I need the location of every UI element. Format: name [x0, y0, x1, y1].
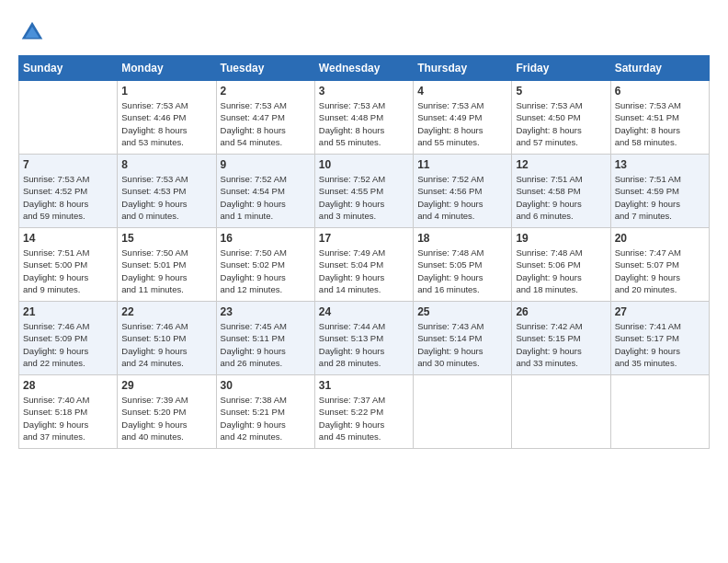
day-info: Sunrise: 7:53 AM Sunset: 4:48 PM Dayligh… — [319, 99, 409, 148]
day-info: Sunrise: 7:51 AM Sunset: 5:00 PM Dayligh… — [23, 247, 113, 295]
day-info: Sunrise: 7:53 AM Sunset: 4:46 PM Dayligh… — [121, 99, 211, 148]
day-cell — [414, 375, 512, 449]
logo-icon — [18, 18, 46, 46]
calendar-table: SundayMondayTuesdayWednesdayThursdayFrid… — [18, 55, 710, 449]
day-info: Sunrise: 7:42 AM Sunset: 5:15 PM Dayligh… — [516, 320, 606, 369]
day-cell: 13Sunrise: 7:51 AM Sunset: 4:59 PM Dayli… — [610, 155, 709, 228]
header-cell-thursday: Thursday — [414, 56, 512, 81]
day-info: Sunrise: 7:40 AM Sunset: 5:18 PM Dayligh… — [23, 394, 113, 442]
day-info: Sunrise: 7:52 AM Sunset: 4:54 PM Dayligh… — [221, 173, 311, 222]
day-number: 9 — [221, 158, 311, 171]
day-number: 19 — [516, 232, 606, 245]
day-info: Sunrise: 7:51 AM Sunset: 4:58 PM Dayligh… — [516, 173, 606, 222]
day-cell: 22Sunrise: 7:46 AM Sunset: 5:10 PM Dayli… — [118, 302, 216, 375]
day-number: 5 — [516, 85, 606, 98]
day-cell: 14Sunrise: 7:51 AM Sunset: 5:00 PM Dayli… — [19, 228, 118, 302]
day-cell: 19Sunrise: 7:48 AM Sunset: 5:06 PM Dayli… — [512, 228, 610, 302]
day-number: 10 — [319, 158, 409, 171]
day-cell: 21Sunrise: 7:46 AM Sunset: 5:09 PM Dayli… — [19, 302, 118, 375]
day-number: 25 — [417, 305, 507, 318]
day-number: 2 — [221, 85, 311, 98]
day-cell: 12Sunrise: 7:51 AM Sunset: 4:58 PM Dayli… — [512, 155, 610, 228]
day-info: Sunrise: 7:44 AM Sunset: 5:13 PM Dayligh… — [319, 320, 409, 369]
day-info: Sunrise: 7:37 AM Sunset: 5:22 PM Dayligh… — [319, 394, 409, 442]
day-number: 23 — [221, 305, 311, 318]
day-cell: 1Sunrise: 7:53 AM Sunset: 4:46 PM Daylig… — [118, 81, 216, 155]
day-cell — [610, 375, 709, 449]
day-number: 24 — [319, 305, 409, 318]
day-info: Sunrise: 7:53 AM Sunset: 4:47 PM Dayligh… — [221, 99, 311, 148]
day-number: 27 — [615, 305, 705, 318]
day-cell: 15Sunrise: 7:50 AM Sunset: 5:01 PM Dayli… — [118, 228, 216, 302]
day-number: 29 — [121, 379, 211, 392]
week-row-4: 21Sunrise: 7:46 AM Sunset: 5:09 PM Dayli… — [19, 302, 710, 375]
day-info: Sunrise: 7:48 AM Sunset: 5:06 PM Dayligh… — [516, 247, 606, 295]
day-number: 6 — [615, 85, 705, 98]
day-number: 3 — [319, 85, 409, 98]
day-info: Sunrise: 7:50 AM Sunset: 5:01 PM Dayligh… — [121, 247, 211, 295]
day-number: 13 — [615, 158, 705, 171]
day-info: Sunrise: 7:51 AM Sunset: 4:59 PM Dayligh… — [615, 173, 705, 222]
day-info: Sunrise: 7:52 AM Sunset: 4:55 PM Dayligh… — [319, 173, 409, 222]
day-cell: 30Sunrise: 7:38 AM Sunset: 5:21 PM Dayli… — [216, 375, 314, 449]
day-cell: 8Sunrise: 7:53 AM Sunset: 4:53 PM Daylig… — [118, 155, 216, 228]
day-number: 30 — [221, 379, 311, 392]
day-cell: 29Sunrise: 7:39 AM Sunset: 5:20 PM Dayli… — [118, 375, 216, 449]
day-number: 11 — [417, 158, 507, 171]
day-info: Sunrise: 7:46 AM Sunset: 5:09 PM Dayligh… — [23, 320, 113, 369]
day-cell: 3Sunrise: 7:53 AM Sunset: 4:48 PM Daylig… — [314, 81, 413, 155]
day-number: 22 — [121, 305, 211, 318]
day-number: 21 — [23, 305, 113, 318]
day-number: 31 — [319, 379, 409, 392]
day-info: Sunrise: 7:53 AM Sunset: 4:51 PM Dayligh… — [615, 99, 705, 148]
day-info: Sunrise: 7:48 AM Sunset: 5:05 PM Dayligh… — [417, 247, 507, 295]
day-number: 26 — [516, 305, 606, 318]
day-cell: 9Sunrise: 7:52 AM Sunset: 4:54 PM Daylig… — [216, 155, 314, 228]
week-row-1: 1Sunrise: 7:53 AM Sunset: 4:46 PM Daylig… — [19, 81, 710, 155]
day-number: 14 — [23, 232, 113, 245]
day-cell: 16Sunrise: 7:50 AM Sunset: 5:02 PM Dayli… — [216, 228, 314, 302]
day-number: 18 — [417, 232, 507, 245]
day-info: Sunrise: 7:53 AM Sunset: 4:52 PM Dayligh… — [23, 173, 113, 222]
day-info: Sunrise: 7:50 AM Sunset: 5:02 PM Dayligh… — [221, 247, 311, 295]
day-number: 20 — [615, 232, 705, 245]
day-info: Sunrise: 7:53 AM Sunset: 4:53 PM Dayligh… — [121, 173, 211, 222]
header-cell-sunday: Sunday — [19, 56, 118, 81]
day-cell: 27Sunrise: 7:41 AM Sunset: 5:17 PM Dayli… — [610, 302, 709, 375]
day-info: Sunrise: 7:46 AM Sunset: 5:10 PM Dayligh… — [121, 320, 211, 369]
day-number: 12 — [516, 158, 606, 171]
day-number: 7 — [23, 158, 113, 171]
day-info: Sunrise: 7:38 AM Sunset: 5:21 PM Dayligh… — [221, 394, 311, 442]
header-cell-friday: Friday — [512, 56, 610, 81]
header-cell-wednesday: Wednesday — [314, 56, 413, 81]
header-cell-saturday: Saturday — [610, 56, 709, 81]
day-info: Sunrise: 7:53 AM Sunset: 4:50 PM Dayligh… — [516, 99, 606, 148]
day-cell: 18Sunrise: 7:48 AM Sunset: 5:05 PM Dayli… — [414, 228, 512, 302]
header-cell-monday: Monday — [118, 56, 216, 81]
week-row-2: 7Sunrise: 7:53 AM Sunset: 4:52 PM Daylig… — [19, 155, 710, 228]
day-info: Sunrise: 7:39 AM Sunset: 5:20 PM Dayligh… — [121, 394, 211, 442]
day-cell: 4Sunrise: 7:53 AM Sunset: 4:49 PM Daylig… — [414, 81, 512, 155]
week-row-3: 14Sunrise: 7:51 AM Sunset: 5:00 PM Dayli… — [19, 228, 710, 302]
day-number: 4 — [417, 85, 507, 98]
day-cell: 17Sunrise: 7:49 AM Sunset: 5:04 PM Dayli… — [314, 228, 413, 302]
day-info: Sunrise: 7:47 AM Sunset: 5:07 PM Dayligh… — [615, 247, 705, 295]
day-cell: 5Sunrise: 7:53 AM Sunset: 4:50 PM Daylig… — [512, 81, 610, 155]
day-number: 16 — [221, 232, 311, 245]
day-info: Sunrise: 7:43 AM Sunset: 5:14 PM Dayligh… — [417, 320, 507, 369]
day-cell: 2Sunrise: 7:53 AM Sunset: 4:47 PM Daylig… — [216, 81, 314, 155]
header-row: SundayMondayTuesdayWednesdayThursdayFrid… — [19, 56, 710, 81]
day-cell: 7Sunrise: 7:53 AM Sunset: 4:52 PM Daylig… — [19, 155, 118, 228]
day-number: 8 — [121, 158, 211, 171]
page-header — [18, 18, 710, 46]
day-number: 15 — [121, 232, 211, 245]
day-info: Sunrise: 7:49 AM Sunset: 5:04 PM Dayligh… — [319, 247, 409, 295]
day-cell: 6Sunrise: 7:53 AM Sunset: 4:51 PM Daylig… — [610, 81, 709, 155]
day-info: Sunrise: 7:52 AM Sunset: 4:56 PM Dayligh… — [417, 173, 507, 222]
day-number: 17 — [319, 232, 409, 245]
header-cell-tuesday: Tuesday — [216, 56, 314, 81]
day-number: 28 — [23, 379, 113, 392]
day-number: 1 — [121, 85, 211, 98]
day-info: Sunrise: 7:53 AM Sunset: 4:49 PM Dayligh… — [417, 99, 507, 148]
day-cell: 23Sunrise: 7:45 AM Sunset: 5:11 PM Dayli… — [216, 302, 314, 375]
